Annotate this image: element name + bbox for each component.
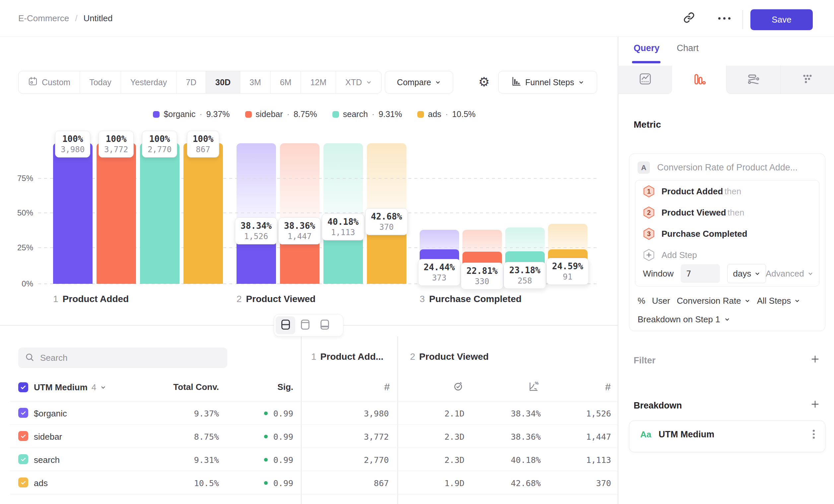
measure-conversion-rate-select[interactable]: Conversion Rate bbox=[677, 296, 750, 306]
chart-settings-button[interactable]: ⚙ bbox=[473, 71, 496, 93]
tab-query[interactable]: Query bbox=[634, 43, 659, 53]
insights-chart-icon bbox=[639, 72, 652, 87]
breakdown-item-name: UTM Medium bbox=[659, 429, 714, 440]
top-bar: E-Commerce / Untitled Save bbox=[0, 0, 834, 37]
plus-icon bbox=[809, 353, 821, 365]
funnel-step-label[interactable]: 2 Product Viewed bbox=[237, 294, 315, 304]
metric-title-row[interactable]: A Conversion Rate of Product Adde... bbox=[638, 161, 797, 174]
date-range-today[interactable]: Today bbox=[80, 71, 121, 93]
measure-user[interactable]: User bbox=[652, 296, 670, 306]
row-divider bbox=[10, 425, 618, 425]
row-checkbox[interactable] bbox=[18, 454, 28, 464]
count-column-icon[interactable]: # bbox=[586, 381, 611, 393]
time-to-convert-icon[interactable] bbox=[453, 381, 464, 393]
save-button[interactable]: Save bbox=[750, 9, 813, 30]
row-divider bbox=[10, 448, 618, 448]
funnel-bar[interactable] bbox=[53, 143, 92, 284]
bar-value-tooltip: 23.18%258 bbox=[504, 262, 546, 289]
query-step-3[interactable]: 3 Purchase Completed bbox=[643, 227, 747, 240]
legend-item[interactable]: ads · 10.5% bbox=[417, 109, 476, 119]
gear-icon: ⚙ bbox=[478, 76, 490, 88]
breadcrumb-current[interactable]: Untitled bbox=[83, 13, 112, 24]
date-range-30d-selected[interactable]: 30D bbox=[206, 71, 240, 93]
y-axis-tick: 0% bbox=[10, 279, 33, 289]
metric-title: Conversion Rate of Product Adde... bbox=[657, 162, 797, 173]
layout-chart-view-button[interactable] bbox=[295, 316, 315, 334]
funnel-step-label[interactable]: 3 Purchase Completed bbox=[420, 294, 522, 304]
chevron-down-icon bbox=[100, 384, 106, 390]
query-step-2[interactable]: 2 Product Viewed then bbox=[643, 206, 744, 219]
search-input[interactable] bbox=[40, 352, 221, 363]
advanced-toggle[interactable]: Advanced bbox=[766, 264, 813, 283]
tab-retention[interactable] bbox=[780, 66, 834, 94]
bar-value-tooltip: 100%3,772 bbox=[98, 131, 134, 158]
tab-chart[interactable]: Chart bbox=[677, 43, 699, 53]
breadcrumb-parent[interactable]: E-Commerce bbox=[18, 13, 69, 24]
row-label: sidebar bbox=[34, 432, 62, 442]
date-range-12m[interactable]: 12M bbox=[301, 71, 336, 93]
group-column-header[interactable]: UTM Medium 4 bbox=[34, 381, 106, 393]
table-column-divider bbox=[301, 336, 302, 504]
conversion-rate-column-icon[interactable]: % bbox=[528, 381, 540, 393]
table-search[interactable] bbox=[18, 347, 227, 368]
count-column-icon[interactable]: # bbox=[365, 381, 390, 393]
split-view-icon bbox=[281, 319, 291, 331]
funnel-bar[interactable] bbox=[96, 143, 136, 284]
table-step1-header[interactable]: 1 Product Add... bbox=[311, 351, 383, 362]
funnel-bar[interactable] bbox=[140, 143, 179, 284]
window-value-input[interactable] bbox=[681, 264, 720, 283]
tab-funnels-selected[interactable] bbox=[672, 66, 726, 94]
bottom-panel-view-icon bbox=[320, 319, 330, 331]
bar-value-tooltip: 100%3,980 bbox=[55, 131, 90, 158]
chart-type-button[interactable]: Funnel Steps bbox=[498, 71, 597, 93]
significance-dot bbox=[264, 412, 268, 415]
group-count: 4 bbox=[92, 382, 96, 393]
legend-item[interactable]: search · 9.31% bbox=[332, 109, 402, 119]
compare-button[interactable]: Compare bbox=[385, 71, 453, 93]
chevron-down-icon bbox=[808, 271, 813, 277]
bar-value-tooltip: 100%867 bbox=[187, 131, 219, 158]
layout-table-view-button[interactable] bbox=[315, 316, 334, 334]
date-range-3m[interactable]: 3M bbox=[240, 71, 271, 93]
significance-dot bbox=[264, 481, 268, 485]
date-range-xtd[interactable]: XTD bbox=[336, 71, 381, 93]
table-step2-header[interactable]: 2 Product Viewed bbox=[410, 351, 489, 362]
query-step-1[interactable]: 1 Product Added then bbox=[643, 185, 741, 198]
funnel-step-label[interactable]: 1 Product Added bbox=[53, 294, 129, 304]
legend-swatch bbox=[332, 111, 339, 118]
layout-split-view-button[interactable] bbox=[276, 316, 295, 334]
row-checkbox[interactable] bbox=[18, 478, 28, 487]
select-all-checkbox[interactable] bbox=[18, 382, 28, 392]
legend-item[interactable]: $organic · 9.37% bbox=[153, 109, 229, 119]
plus-icon bbox=[809, 398, 821, 410]
funnel-bar[interactable] bbox=[183, 143, 223, 284]
row-label: $organic bbox=[34, 409, 67, 419]
breakdown-item: Aa UTM Medium bbox=[640, 429, 714, 440]
sig-column-header[interactable]: Sig. bbox=[247, 382, 293, 392]
window-label: Window bbox=[643, 269, 674, 279]
date-range-yesterday[interactable]: Yesterday bbox=[121, 71, 176, 93]
total-conv-column-header[interactable]: Total Conv. bbox=[153, 382, 219, 392]
legend-item[interactable]: sidebar · 8.75% bbox=[245, 109, 317, 119]
copy-link-button[interactable] bbox=[679, 8, 699, 28]
y-axis-tick: 75% bbox=[10, 174, 33, 183]
add-breakdown-button[interactable] bbox=[809, 398, 821, 411]
date-range-6m[interactable]: 6M bbox=[271, 71, 301, 93]
measure-pct[interactable]: % bbox=[638, 296, 645, 306]
date-range-custom[interactable]: Custom bbox=[19, 71, 80, 93]
chevron-down-icon bbox=[578, 79, 584, 85]
measure-all-steps-select[interactable]: All Steps bbox=[757, 296, 800, 306]
more-options-button[interactable] bbox=[713, 8, 735, 28]
add-filter-button[interactable] bbox=[809, 353, 821, 366]
window-unit-select[interactable]: days bbox=[727, 264, 766, 283]
panel-divider bbox=[618, 37, 618, 504]
add-step-button[interactable]: Add Step bbox=[643, 248, 697, 261]
date-range-7d[interactable]: 7D bbox=[176, 71, 206, 93]
tab-flows[interactable] bbox=[726, 66, 780, 94]
tab-insights[interactable] bbox=[618, 66, 672, 94]
row-checkbox[interactable] bbox=[18, 431, 28, 441]
row-checkbox[interactable] bbox=[18, 408, 28, 418]
breakdown-item-menu-button[interactable] bbox=[813, 430, 815, 439]
add-step-hexagon-icon bbox=[643, 248, 655, 261]
breakdown-on-step-select[interactable]: Breakdown on Step 1 bbox=[638, 313, 730, 326]
